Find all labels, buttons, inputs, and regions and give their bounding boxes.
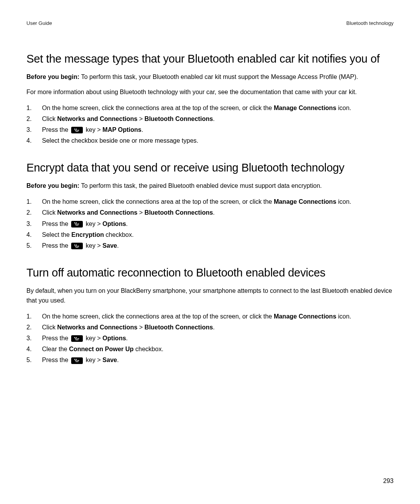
step-item: Click Networks and Connections > Bluetoo… (26, 322, 394, 332)
step-text: checkbox. (104, 231, 133, 238)
svg-point-22 (76, 337, 77, 338)
step-text: key > (84, 357, 103, 363)
step-text: key > (84, 220, 103, 227)
step-text: icon. (336, 198, 351, 205)
svg-point-28 (74, 359, 75, 360)
step-text: . (126, 220, 128, 227)
step-item: Select the Encryption checkbox. (26, 229, 394, 240)
svg-point-27 (77, 340, 79, 341)
step-list: On the home screen, click the connection… (26, 196, 394, 251)
step-item: On the home screen, click the connection… (26, 311, 394, 322)
step-list: On the home screen, click the connection… (26, 311, 394, 366)
svg-point-5 (76, 131, 77, 132)
step-item: Press the key > Options. (26, 333, 394, 343)
step-text: . (213, 116, 215, 122)
svg-point-20 (77, 247, 79, 248)
svg-point-0 (74, 128, 75, 130)
step-bold-text: Save (103, 242, 117, 249)
step-text: . (117, 242, 119, 249)
step-bold-text: Bluetooth Connections (145, 324, 213, 331)
step-bold-text: Connect on Power Up (69, 346, 133, 352)
step-text: Select the checkbox beside one or more m… (42, 137, 198, 144)
svg-point-9 (75, 224, 76, 225)
step-text: Clear the (42, 346, 69, 352)
step-text: Press the (42, 242, 70, 249)
step-text: On the home screen, click the connection… (42, 313, 274, 320)
svg-point-34 (77, 361, 79, 362)
step-item: Press the key > Save. (26, 355, 394, 365)
svg-point-33 (76, 361, 77, 362)
blackberry-key-icon (71, 357, 83, 364)
svg-point-17 (77, 245, 78, 247)
step-text: On the home screen, click the connection… (42, 198, 274, 205)
section-heading: Set the message types that your Bluetoot… (26, 52, 394, 65)
step-item: Press the key > Save. (26, 240, 394, 251)
svg-point-15 (76, 244, 77, 245)
step-text: On the home screen, click the connection… (42, 105, 274, 111)
intro-bold-prefix: Before you begin: (26, 182, 81, 189)
intro-paragraph: For more information about using Bluetoo… (26, 88, 394, 97)
step-bold-text: Manage Connections (274, 313, 336, 320)
svg-point-14 (74, 244, 75, 245)
step-text: Press the (42, 220, 70, 227)
svg-point-18 (78, 245, 79, 247)
intro-text: By default, when you turn on your BlackB… (26, 287, 392, 304)
svg-point-3 (77, 130, 78, 131)
step-item: Click Networks and Connections > Bluetoo… (26, 114, 394, 124)
step-text: Press the (42, 335, 70, 341)
step-item: Clear the Connect on Power Up checkbox. (26, 344, 394, 354)
svg-point-24 (77, 338, 78, 340)
svg-point-29 (76, 359, 77, 360)
step-text: key > (84, 242, 103, 249)
step-bold-text: Bluetooth Connections (145, 209, 213, 216)
step-text: > (137, 209, 144, 216)
intro-text: To perform this task, your Bluetooth ena… (81, 74, 358, 80)
step-text: checkbox. (134, 346, 163, 352)
step-bold-text: MAP Options (103, 126, 142, 133)
svg-point-8 (76, 222, 77, 224)
svg-point-25 (78, 338, 79, 340)
step-bold-text: Options (103, 220, 126, 227)
svg-point-16 (75, 245, 76, 247)
step-bold-text: Bluetooth Connections (145, 116, 213, 122)
step-text: . (213, 209, 215, 216)
svg-point-2 (75, 130, 76, 131)
step-text: key > (84, 335, 103, 341)
page-content: Set the message types that your Bluetoot… (26, 52, 394, 366)
svg-point-11 (78, 224, 79, 225)
section-heading: Encrypt data that you send or receive us… (26, 161, 394, 174)
svg-point-26 (76, 340, 77, 341)
step-text: Click (42, 209, 57, 216)
step-text: . (117, 357, 119, 363)
intro-text: For more information about using Bluetoo… (26, 89, 357, 95)
step-item: Click Networks and Connections > Bluetoo… (26, 207, 394, 218)
intro-bold-prefix: Before you begin: (26, 74, 81, 80)
step-bold-text: Manage Connections (274, 105, 336, 111)
step-bold-text: Save (103, 357, 117, 363)
step-text: . (213, 324, 215, 331)
svg-point-1 (76, 128, 77, 130)
page-header: User Guide Bluetooth technology (26, 20, 394, 26)
step-text: icon. (336, 105, 351, 111)
svg-point-32 (78, 360, 79, 361)
svg-point-6 (77, 131, 79, 132)
svg-point-31 (77, 360, 78, 361)
svg-point-7 (74, 222, 75, 224)
header-right: Bluetooth technology (346, 20, 394, 26)
step-bold-text: Networks and Connections (57, 116, 137, 122)
blackberry-key-icon (71, 221, 83, 228)
step-item: On the home screen, click the connection… (26, 196, 394, 207)
step-bold-text: Encryption (72, 231, 104, 238)
page-number: 293 (383, 478, 394, 485)
step-text: > (137, 324, 144, 331)
intro-text: To perform this task, the paired Bluetoo… (81, 182, 322, 189)
step-text: icon. (336, 313, 351, 320)
header-left: User Guide (26, 20, 52, 26)
blackberry-key-icon (71, 127, 83, 133)
step-bold-text: Options (103, 335, 126, 341)
svg-point-4 (78, 130, 79, 131)
step-item: On the home screen, click the connection… (26, 103, 394, 113)
step-text: key > (84, 126, 103, 133)
step-text: Click (42, 324, 57, 331)
step-text: > (137, 116, 144, 122)
